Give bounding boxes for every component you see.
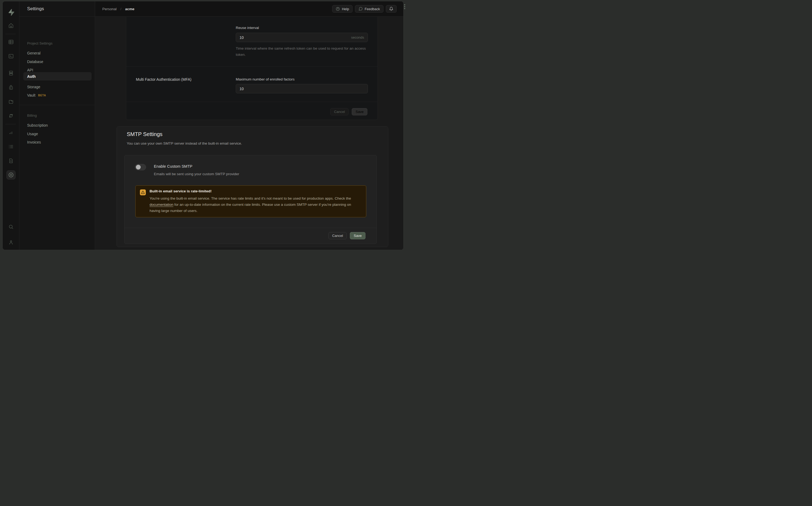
content-scroll-area[interactable]: Reuse interval 10 seconds Time interval …: [95, 17, 403, 250]
beta-badge: BETA: [38, 94, 46, 97]
settings-gear-icon[interactable]: [6, 170, 16, 179]
alert-title: Built-in email service is rate-limited!: [150, 189, 212, 193]
toggle-knob: [136, 165, 141, 170]
frame-scrollbar-dot: [404, 6, 405, 7]
mfa-section-label: Multi Factor Authentication (MFA): [136, 77, 192, 82]
logs-icon[interactable]: [8, 144, 14, 150]
sidebar-item-api[interactable]: API: [27, 68, 33, 72]
documentation-link[interactable]: documentation: [150, 202, 173, 206]
app-window: Settings Project Settings General Databa…: [2, 1, 403, 250]
main-header: Personal / acme Help: [95, 1, 403, 17]
main-area: Personal / acme Help: [95, 1, 403, 250]
breadcrumb-project[interactable]: acme: [125, 7, 135, 11]
table-editor-icon[interactable]: [8, 39, 14, 45]
save-button[interactable]: Save: [350, 232, 365, 239]
enable-custom-smtp-toggle[interactable]: [135, 164, 146, 170]
sidebar-item-general[interactable]: General: [27, 51, 41, 55]
warning-triangle-icon: [140, 189, 146, 195]
sidebar-item-usage[interactable]: Usage: [27, 132, 38, 136]
smtp-settings-description: You can use your own SMTP server instead…: [127, 141, 242, 146]
breadcrumb-org[interactable]: Personal: [102, 7, 117, 11]
chat-bubble-icon: [359, 7, 363, 11]
help-circle-icon: [336, 7, 340, 11]
cancel-button[interactable]: Cancel: [328, 232, 347, 239]
save-button[interactable]: Save: [352, 108, 367, 115]
icon-rail: [3, 1, 19, 250]
search-icon[interactable]: [8, 224, 14, 230]
account-icon[interactable]: [8, 240, 14, 245]
reuse-interval-input[interactable]: 10 seconds: [236, 33, 368, 42]
reuse-interval-label: Reuse interval: [236, 26, 259, 30]
reuse-interval-help: Time interval where the same refresh tok…: [236, 45, 373, 58]
sidebar-divider: [19, 105, 95, 105]
sidebar-header: Settings: [19, 1, 95, 17]
enable-custom-smtp-description: Emails will be sent using your custom SM…: [154, 172, 239, 176]
alert-body: You're using the built-in email service.…: [150, 195, 361, 214]
sidebar-item-vault[interactable]: Vault BETA: [27, 93, 46, 97]
cancel-button[interactable]: Cancel: [330, 108, 349, 115]
rail-divider: [5, 34, 16, 34]
nav-group-project-settings: Project Settings: [27, 41, 53, 45]
docs-icon[interactable]: [8, 158, 14, 164]
smtp-settings-card: Enable Custom SMTP Emails will be sent u…: [124, 155, 377, 244]
help-button[interactable]: Help: [332, 5, 353, 13]
frame-scrollbar-dot: [404, 8, 405, 9]
unit-suffix: seconds: [351, 35, 364, 39]
notifications-button[interactable]: [386, 5, 396, 13]
database-icon[interactable]: [8, 70, 14, 76]
smtp-card-footer: Cancel Save: [328, 232, 365, 239]
auth-lock-icon[interactable]: [8, 85, 14, 90]
reports-icon[interactable]: [8, 130, 14, 135]
rail-divider: [5, 124, 16, 124]
page-title: Settings: [27, 6, 44, 11]
breadcrumb: Personal / acme: [102, 7, 135, 11]
sidebar-item-auth[interactable]: Auth: [23, 72, 91, 81]
header-actions: Help Feedback: [332, 5, 396, 13]
enable-custom-smtp-label: Enable Custom SMTP: [154, 164, 192, 168]
nav-group-billing: Billing: [27, 113, 37, 117]
sidebar-item-subscription[interactable]: Subscription: [27, 123, 48, 128]
sidebar-item-database[interactable]: Database: [27, 60, 43, 64]
bell-icon: [389, 7, 393, 11]
edge-functions-icon[interactable]: [8, 113, 14, 118]
section-divider: [126, 66, 377, 67]
settings-sidebar: Settings Project Settings General Databa…: [19, 1, 95, 250]
frame-scrollbar-dot: [404, 4, 405, 5]
footer-divider: [126, 102, 377, 102]
sidebar-item-storage[interactable]: Storage: [27, 85, 40, 89]
max-enrolled-factors-input[interactable]: 10: [236, 84, 368, 93]
sql-editor-icon[interactable]: [8, 54, 14, 59]
smtp-settings-panel: SMTP Settings You can use your own SMTP …: [117, 126, 388, 247]
breadcrumb-separator: /: [120, 7, 121, 11]
auth-card-footer: Cancel Save: [330, 108, 367, 115]
rate-limit-alert: Built-in email service is rate-limited! …: [135, 185, 366, 217]
max-enrolled-factors-label: Maximum number of enrolled factors: [236, 77, 295, 81]
home-icon[interactable]: [8, 23, 14, 28]
auth-settings-card: Reuse interval 10 seconds Time interval …: [126, 17, 378, 120]
sidebar-item-invoices[interactable]: Invoices: [27, 140, 41, 144]
smtp-settings-title: SMTP Settings: [127, 131, 162, 137]
feedback-button[interactable]: Feedback: [355, 5, 383, 13]
storage-icon[interactable]: [8, 99, 14, 104]
supabase-logo[interactable]: [7, 9, 15, 16]
